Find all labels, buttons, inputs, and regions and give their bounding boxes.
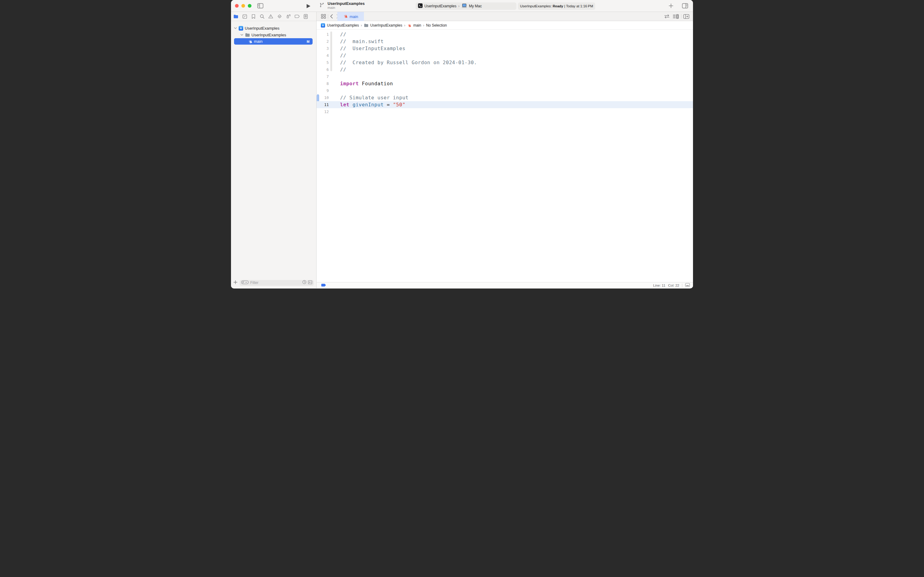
toggle-left-sidebar-icon[interactable] [257, 3, 263, 8]
toggle-bottom-bar-icon[interactable] [685, 283, 690, 288]
code-text: // Created by Russell Gordon on 2024-01-… [329, 59, 477, 66]
line-number[interactable]: 5 [317, 60, 329, 65]
branch-icon [319, 2, 325, 10]
toolbar: UserInputExamples main UserInputExamples… [231, 0, 693, 12]
line-number[interactable]: 12 [317, 110, 329, 114]
source-editor[interactable]: 1//2// main.swift3// UserInputExamples4/… [317, 30, 693, 282]
line-number[interactable]: 1 [317, 32, 329, 37]
navigator-tab-bar [231, 12, 316, 21]
code-line-9[interactable]: 9 [317, 87, 693, 94]
run-button[interactable] [306, 4, 311, 8]
breadcrumb-group[interactable]: UserInputExamples [370, 23, 402, 27]
code-line-12[interactable]: 12 [317, 108, 693, 115]
code-review-icon[interactable] [664, 12, 670, 21]
xcode-project-icon [321, 23, 325, 27]
line-number[interactable]: 3 [317, 46, 329, 51]
code-line-3[interactable]: 3// UserInputExamples [317, 45, 693, 52]
my-mac-icon [461, 3, 467, 9]
code-text: // Simulate user input [329, 94, 409, 101]
debug-navigator-icon[interactable] [286, 14, 291, 19]
filter-field[interactable] [240, 280, 314, 286]
issues-navigator-icon[interactable] [268, 14, 273, 19]
editor-status-bar: Line: 11 Col: 22 [317, 282, 693, 288]
related-items-icon[interactable] [321, 12, 326, 21]
zoom-window-button[interactable] [248, 4, 251, 8]
code-line-8[interactable]: 8import Foundation [317, 80, 693, 87]
line-number[interactable]: 4 [317, 53, 329, 58]
scheme-separator: › [458, 4, 460, 8]
tests-navigator-icon[interactable] [277, 14, 282, 19]
run-destination: My Mac [469, 4, 482, 8]
filter-input[interactable] [250, 280, 301, 285]
status-state: Ready [553, 4, 563, 8]
scheme-name: UserInputExamples [424, 4, 457, 8]
cursor-line-indicator: Line: 11 [653, 284, 665, 287]
folder-icon [245, 33, 250, 37]
chevron-down-icon[interactable] [234, 27, 237, 29]
line-number[interactable]: 7 [317, 74, 329, 79]
cursor-col-indicator: Col: 22 [668, 284, 679, 287]
window-title-block: UserInputExamples main [319, 1, 365, 10]
breadcrumb-file[interactable]: main [413, 23, 421, 27]
code-line-11[interactable]: 11let givenInput = "50" [317, 101, 693, 108]
window-title: UserInputExamples [328, 1, 365, 6]
chevron-down-icon[interactable] [240, 34, 243, 36]
breadcrumb-project[interactable]: UserInputExamples [327, 23, 359, 27]
reports-navigator-icon[interactable] [303, 14, 308, 19]
adjust-editor-options-icon[interactable] [673, 12, 679, 21]
project-navigator-icon[interactable] [233, 15, 238, 19]
code-text: // [329, 52, 346, 59]
tree-row-project[interactable]: UserInputExamples [231, 25, 316, 31]
line-number[interactable]: 2 [317, 39, 329, 44]
bookmarks-navigator-icon[interactable] [251, 14, 256, 19]
command-line-tool-icon [418, 3, 423, 9]
tree-row-main-selected[interactable]: main M [234, 38, 312, 45]
modified-badge: M [307, 40, 309, 44]
recent-files-clock-icon[interactable] [302, 280, 306, 285]
navigator-sidebar: UserInputExamples UserInputExamples mai [231, 12, 317, 288]
close-window-button[interactable] [235, 4, 239, 8]
code-line-7[interactable]: 7 [317, 73, 693, 80]
breadcrumb-selection[interactable]: No Selection [426, 23, 447, 27]
code-line-4[interactable]: 4// [317, 52, 693, 59]
breadcrumb-separator: › [423, 23, 424, 27]
code-line-6[interactable]: 6// [317, 66, 693, 73]
source-control-status-filter-icon[interactable] [308, 280, 312, 285]
code-text: // [329, 66, 346, 73]
tree-row-group[interactable]: UserInputExamples [231, 31, 316, 38]
code-text: // main.swift [329, 38, 384, 45]
tab-label: main [349, 15, 358, 19]
tab-main[interactable]: main [337, 12, 364, 21]
activity-status[interactable]: UserInputExamples: Ready | Today at 1:16… [518, 2, 595, 10]
breakpoints-enabled-icon[interactable] [321, 284, 326, 287]
line-number[interactable]: 10 [317, 95, 329, 100]
breadcrumb-separator: › [361, 23, 362, 27]
line-number[interactable]: 11 [317, 102, 329, 107]
minimize-window-button[interactable] [241, 4, 245, 8]
scheme-selector[interactable]: UserInputExamples › My Mac [415, 2, 517, 10]
code-line-1[interactable]: 1// [317, 31, 693, 38]
swift-file-icon [407, 23, 411, 27]
code-line-10[interactable]: 10// Simulate user input [317, 94, 693, 101]
code-line-5[interactable]: 5// Created by Russell Gordon on 2024-01… [317, 59, 693, 66]
code-line-2[interactable]: 2// main.swift [317, 38, 693, 45]
line-number[interactable]: 8 [317, 81, 329, 86]
line-number[interactable]: 9 [317, 88, 329, 93]
breakpoints-navigator-icon[interactable] [295, 15, 299, 18]
code-text: // [329, 31, 346, 38]
tree-label: UserInputExamples [245, 26, 279, 31]
search-navigator-icon[interactable] [260, 14, 265, 19]
xcode-project-icon [239, 26, 243, 31]
source-control-navigator-icon[interactable] [242, 14, 247, 19]
add-editor-split-icon[interactable] [683, 12, 689, 21]
filter-menu-icon[interactable] [241, 280, 249, 285]
swift-file-icon [343, 14, 348, 19]
toggle-right-sidebar-icon[interactable] [682, 3, 688, 8]
line-number[interactable]: 6 [317, 67, 329, 72]
navigate-back-icon[interactable] [330, 12, 333, 21]
add-file-plus-icon[interactable] [233, 280, 237, 285]
code-text: let givenInput = "50" [329, 101, 406, 108]
swift-file-icon [248, 39, 253, 44]
library-plus-icon[interactable] [668, 3, 673, 8]
tree-label: UserInputExamples [251, 33, 286, 37]
